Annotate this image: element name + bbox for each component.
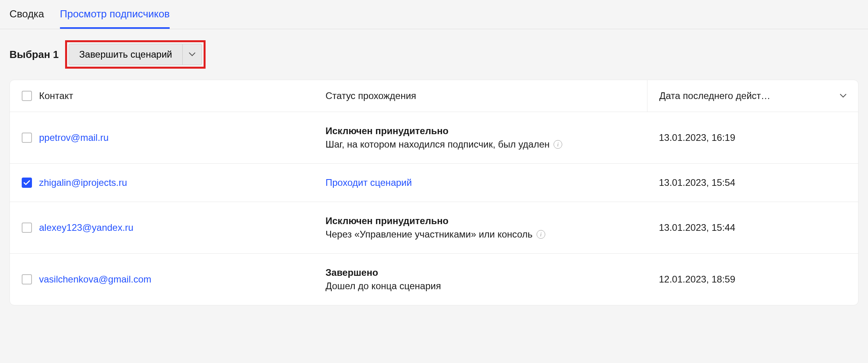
status-subtitle: Шаг, на котором находился подписчик, был… — [326, 139, 562, 150]
status-subtitle-text: Дошел до конца сценария — [326, 281, 441, 292]
row-checkbox[interactable] — [22, 178, 32, 188]
contact-cell: alexey123@yandex.ru — [10, 202, 314, 253]
chevron-down-icon — [189, 52, 195, 56]
complete-scenario-split-button: Завершить сценарий — [69, 44, 202, 65]
info-icon[interactable]: i — [537, 230, 545, 239]
status-title[interactable]: Проходит сценарий — [326, 177, 412, 188]
th-date[interactable]: Дата последнего дейст… — [647, 80, 858, 112]
table-body: ppetrov@mail.ruИсключен принудительноШаг… — [10, 112, 858, 305]
status-title: Исключен принудительно — [326, 215, 449, 226]
status-cell: ЗавершеноДошел до конца сценария — [314, 254, 647, 305]
complete-scenario-dropdown[interactable] — [182, 44, 202, 65]
contact-link[interactable]: zhigalin@iprojects.ru — [39, 177, 127, 188]
date-cell: 12.01.2023, 18:59 — [647, 254, 858, 305]
table-header: Контакт Статус прохождения Дата последне… — [10, 80, 858, 112]
contact-link[interactable]: ppetrov@mail.ru — [39, 132, 108, 143]
highlight-annotation: Завершить сценарий — [65, 40, 206, 69]
tab-subscribers[interactable]: Просмотр подписчиков — [60, 8, 170, 29]
status-title: Исключен принудительно — [326, 125, 449, 137]
row-checkbox[interactable] — [22, 223, 32, 233]
contact-link[interactable]: vasilchenkova@gmail.com — [39, 274, 151, 285]
date-text: 12.01.2023, 18:59 — [659, 274, 735, 285]
table-row: alexey123@yandex.ruИсключен принудительн… — [10, 202, 858, 254]
date-cell: 13.01.2023, 15:54 — [647, 164, 858, 202]
status-cell: Проходит сценарий — [314, 164, 647, 202]
status-subtitle: Дошел до конца сценария — [326, 281, 441, 292]
contact-cell: zhigalin@iprojects.ru — [10, 164, 314, 202]
status-subtitle: Через «Управление участниками» или консо… — [326, 229, 545, 240]
date-cell: 13.01.2023, 16:19 — [647, 112, 858, 163]
row-checkbox[interactable] — [22, 274, 32, 284]
chevron-down-icon — [840, 94, 846, 98]
date-text: 13.01.2023, 15:44 — [659, 222, 735, 233]
th-status-label: Статус прохождения — [326, 90, 416, 101]
contact-cell: vasilchenkova@gmail.com — [10, 254, 314, 305]
contact-link[interactable]: alexey123@yandex.ru — [39, 222, 133, 233]
complete-scenario-button[interactable]: Завершить сценарий — [69, 44, 182, 65]
status-subtitle-text: Шаг, на котором находился подписчик, был… — [326, 139, 550, 150]
th-contact-label: Контакт — [39, 90, 73, 101]
table-row: zhigalin@iprojects.ruПроходит сценарий13… — [10, 164, 858, 202]
contact-cell: ppetrov@mail.ru — [10, 112, 314, 163]
th-status: Статус прохождения — [314, 80, 647, 112]
date-text: 13.01.2023, 16:19 — [659, 132, 735, 143]
info-icon[interactable]: i — [554, 140, 562, 149]
check-icon — [24, 180, 30, 185]
tab-summary[interactable]: Сводка — [9, 8, 44, 29]
status-subtitle-text: Через «Управление участниками» или консо… — [326, 229, 533, 240]
date-text: 13.01.2023, 15:54 — [659, 177, 735, 188]
status-title: Завершено — [326, 267, 378, 278]
th-contact: Контакт — [10, 80, 314, 112]
status-cell: Исключен принудительноЧерез «Управление … — [314, 202, 647, 253]
date-cell: 13.01.2023, 15:44 — [647, 202, 858, 253]
select-all-checkbox[interactable] — [22, 91, 32, 101]
status-cell: Исключен принудительноШаг, на котором на… — [314, 112, 647, 163]
table-row: vasilchenkova@gmail.comЗавершеноДошел до… — [10, 254, 858, 305]
subscribers-table: Контакт Статус прохождения Дата последне… — [9, 80, 859, 305]
tabs-bar: Сводка Просмотр подписчиков — [0, 0, 868, 29]
th-date-label: Дата последнего дейст… — [659, 90, 771, 101]
action-bar: Выбран 1 Завершить сценарий — [0, 29, 868, 80]
selected-count: Выбран 1 — [9, 49, 59, 61]
table-row: ppetrov@mail.ruИсключен принудительноШаг… — [10, 112, 858, 164]
row-checkbox[interactable] — [22, 133, 32, 143]
